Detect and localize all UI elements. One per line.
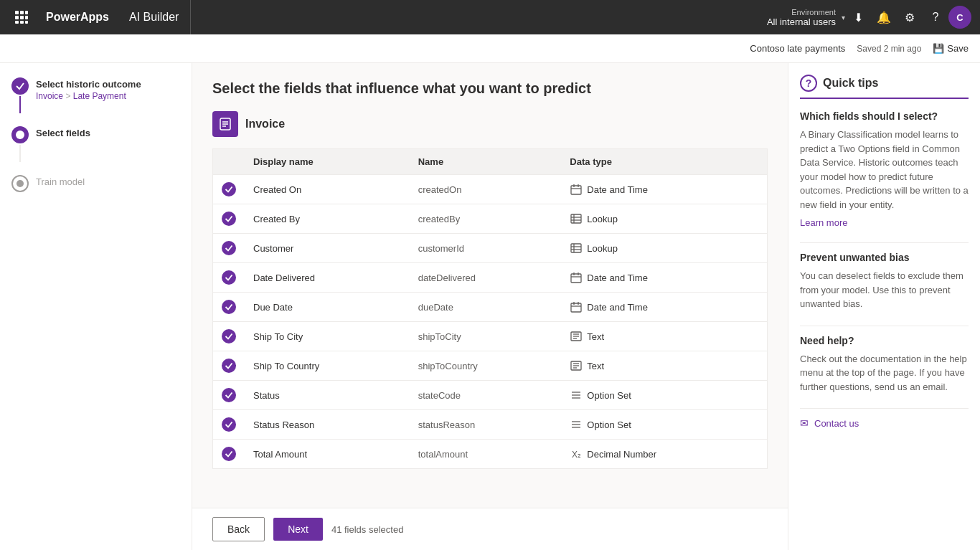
row-display-name-1: Created By: [245, 204, 410, 234]
row-name-1: createdBy: [410, 204, 562, 234]
row-check-0[interactable]: [213, 175, 245, 204]
check-circle-9: [222, 447, 236, 461]
contact-us-row[interactable]: ✉ Contact us: [800, 417, 969, 429]
table-row[interactable]: Created On createdOn Date and Time: [213, 175, 768, 204]
entity-card: Invoice: [212, 111, 768, 137]
check-circle-4: [222, 300, 236, 314]
step1-indicator: [11, 77, 29, 115]
dt-label-9: Decimal Number: [587, 449, 656, 460]
sub-header: Contoso late payments Saved 2 min ago 💾 …: [0, 34, 980, 63]
row-data-type-6: Text: [561, 351, 767, 381]
download-icon[interactable]: ⬇: [845, 0, 871, 34]
environment-label: Environment: [791, 8, 836, 16]
table-row[interactable]: Ship To Country shipToCountry Text: [213, 351, 768, 381]
table-row[interactable]: Due Date dueDate Date and Time: [213, 293, 768, 322]
table-row[interactable]: Status Reason statusReason Option Set: [213, 410, 768, 440]
dt-label-4: Date and Time: [587, 302, 648, 313]
table-row[interactable]: Ship To City shipToCity Text: [213, 322, 768, 351]
row-name-8: statusReason: [410, 410, 562, 440]
tip2-title: Prevent unwanted bias: [800, 252, 969, 263]
check-circle-0: [222, 182, 236, 196]
footer: Back Next 41 fields selected: [192, 508, 788, 550]
step1-subtitle: Invoice > Late Payment: [36, 91, 141, 101]
dt-icon-2: [570, 242, 583, 255]
brand-area: PowerApps AI Builder: [34, 0, 191, 34]
check-circle-7: [222, 388, 236, 402]
row-name-3: dateDelivered: [410, 263, 562, 293]
step1-content: Select historic outcome Invoice > Late P…: [36, 77, 141, 101]
step3-indicator: [11, 175, 29, 192]
row-display-name-7: Status: [245, 381, 410, 410]
dt-label-0: Date and Time: [587, 184, 648, 195]
page-title: Select the fields that influence what yo…: [212, 80, 768, 97]
tip-divider-2: [800, 326, 969, 326]
environment-selector[interactable]: Environment All internal users: [767, 8, 839, 27]
dt-icon-5: [570, 330, 583, 343]
dt-icon-6: [570, 359, 583, 372]
row-name-0: createdOn: [410, 175, 562, 204]
row-name-9: totalAmount: [410, 440, 562, 469]
svg-rect-7: [20, 21, 24, 24]
back-button[interactable]: Back: [212, 517, 265, 541]
main-wrapper: Select the fields that influence what yo…: [192, 63, 788, 550]
row-data-type-2: Lookup: [561, 234, 767, 263]
table-row[interactable]: Created By createdBy Lookup: [213, 204, 768, 234]
row-check-8[interactable]: [213, 410, 245, 440]
row-check-5[interactable]: [213, 322, 245, 351]
tip3-text: Check out the documentation in the help …: [800, 352, 969, 394]
tip-section-2: Prevent unwanted bias You can deselect f…: [800, 252, 969, 311]
row-data-type-8: Option Set: [561, 410, 767, 440]
table-row[interactable]: Date Delivered dateDelivered Date and Ti…: [213, 263, 768, 293]
step2-active-circle: [11, 126, 29, 143]
step3-title: Train model: [36, 176, 85, 187]
quick-tips-icon: ?: [800, 75, 817, 92]
row-check-7[interactable]: [213, 381, 245, 410]
subheader-title: Contoso late payments: [750, 43, 845, 54]
subheader-saved: Saved 2 min ago: [857, 44, 921, 54]
row-display-name-9: Total Amount: [245, 440, 410, 469]
table-row[interactable]: Total Amount totalAmount X₂ Decimal Numb…: [213, 440, 768, 469]
user-avatar[interactable]: C: [948, 6, 971, 29]
save-button[interactable]: 💾 Save: [933, 43, 969, 54]
svg-rect-6: [15, 21, 19, 24]
sidebar-step-2: Select fields: [11, 126, 180, 163]
fields-table: Display name Name Data type Created On c…: [212, 148, 768, 469]
row-check-4[interactable]: [213, 293, 245, 322]
table-row[interactable]: Status stateCode Option Set: [213, 381, 768, 410]
row-check-9[interactable]: [213, 440, 245, 469]
svg-rect-8: [25, 21, 28, 24]
save-icon: 💾: [933, 43, 944, 54]
col-header-display-name: Display name: [245, 149, 410, 175]
help-icon[interactable]: ?: [923, 0, 948, 34]
col-header-data-type: Data type: [561, 149, 767, 175]
svg-rect-17: [571, 214, 581, 223]
col-header-name: Name: [410, 149, 562, 175]
row-check-1[interactable]: [213, 204, 245, 234]
main-layout: Select historic outcome Invoice > Late P…: [0, 63, 980, 550]
row-display-name-4: Due Date: [245, 293, 410, 322]
row-check-6[interactable]: [213, 351, 245, 381]
svg-rect-25: [571, 274, 581, 283]
check-circle-5: [222, 329, 236, 343]
learn-more-link[interactable]: Learn more: [800, 217, 969, 228]
next-button[interactable]: Next: [273, 518, 323, 541]
step1-done-circle: [11, 77, 29, 95]
svg-rect-2: [25, 11, 28, 14]
contact-label: Contact us: [814, 418, 859, 429]
notification-icon[interactable]: 🔔: [871, 0, 897, 34]
apps-menu-icon[interactable]: [9, 0, 34, 34]
table-header-row: Display name Name Data type: [213, 149, 768, 175]
row-display-name-5: Ship To City: [245, 322, 410, 351]
entity-icon: [212, 111, 238, 137]
dt-icon-7: [570, 389, 583, 402]
row-check-3[interactable]: [213, 263, 245, 293]
row-display-name-6: Ship To Country: [245, 351, 410, 381]
row-data-type-7: Option Set: [561, 381, 767, 410]
tip-divider-3: [800, 408, 969, 409]
tip-section-1: Which fields should I select? A Binary C…: [800, 110, 969, 228]
step2-title: Select fields: [36, 128, 90, 138]
dt-label-7: Option Set: [587, 390, 631, 401]
settings-icon[interactable]: ⚙: [897, 0, 923, 34]
table-row[interactable]: Customer customerId Lookup: [213, 234, 768, 263]
row-check-2[interactable]: [213, 234, 245, 263]
